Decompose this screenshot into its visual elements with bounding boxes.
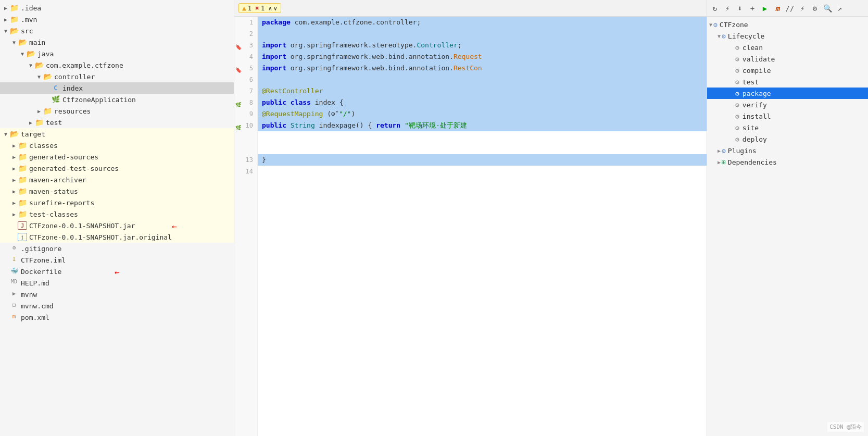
folder-icon-com: 📂 — [34, 61, 44, 69]
nav-up[interactable]: ∧ — [268, 5, 272, 12]
maven-item-deploy[interactable]: ⚙ deploy — [707, 133, 868, 145]
code-text-3a: org.springframework.stereotype. — [291, 41, 417, 49]
line-num-13: 13 — [234, 154, 257, 166]
gear-icon-test: ⚙ — [735, 78, 739, 86]
maven-item-plugins[interactable]: ▶ ⚙ Plugins — [707, 145, 868, 156]
tree-item-idea[interactable]: ▶ 📁 .idea — [0, 2, 234, 14]
maven-label-plugins: Plugins — [728, 147, 757, 155]
tree-label-ctfzone-jar: CTFzone-0.0.1-SNAPSHOT.jar — [29, 222, 135, 230]
tree-item-controller[interactable]: ▼ 📂 controller — [0, 71, 234, 82]
tree-item-gitignore[interactable]: ⚙ .gitignore — [0, 243, 234, 254]
maven-item-package[interactable]: ⚙ package — [707, 88, 868, 99]
maven-item-clean[interactable]: ⚙ clean — [707, 42, 868, 53]
type-string: String — [291, 121, 315, 129]
tree-label-resources: resources — [54, 107, 91, 115]
tree-item-gen-sources[interactable]: ▶ 📁 generated-sources — [0, 151, 234, 163]
tree-label-target: target — [21, 130, 45, 138]
code-editor-panel: ▲ 1 ✖ 1 ∧ ∨ 1 2 🔖 3 4 🔖 5 6 7 🌿 — [234, 0, 707, 436]
gitignore-icon: ⚙ — [9, 244, 19, 253]
maven-panel[interactable]: ↻ ⚡ ⬇ + ▶ m // ⚡ ⚙ 🔍 ↗ ▼ ⚙ CTFzone ▼ ⚙ L… — [707, 0, 868, 436]
maven-item-site[interactable]: ⚙ site — [707, 122, 868, 133]
line-num-11 — [234, 131, 257, 143]
spring-icon: 🌿 — [51, 95, 60, 104]
tree-item-ctfzone-app[interactable]: 🌿 CtfzoneApplication — [0, 94, 234, 105]
folder-icon-maven-archiver: 📁 — [18, 176, 27, 184]
m-icon[interactable]: m — [772, 3, 783, 14]
maven-item-validate[interactable]: ⚙ validate — [707, 53, 868, 65]
maven-item-compile[interactable]: ⚙ compile — [707, 65, 868, 76]
tree-item-help-md[interactable]: MD HELP.md — [0, 277, 234, 289]
tree-item-main[interactable]: ▼ 📂 main — [0, 36, 234, 48]
maven-item-dependencies[interactable]: ▶ ⊞ Dependencies — [707, 156, 868, 168]
tree-item-test-classes[interactable]: ▶ 📁 test-classes — [0, 208, 234, 220]
add-icon[interactable]: + — [747, 3, 758, 14]
tree-item-pom-xml[interactable]: m pom.xml — [0, 312, 234, 323]
collapse-arrow-com: ▼ — [27, 63, 34, 68]
collapse-arrow-gen-test-sources: ▶ — [10, 166, 18, 171]
folder-icon-test: 📁 — [34, 118, 44, 127]
keyword-class-8: class — [291, 98, 311, 106]
skip-tests-icon[interactable]: // — [784, 3, 796, 14]
tree-item-dockerfile[interactable]: 🐳 Dockerfile ← — [0, 266, 234, 277]
tree-item-mvnw[interactable]: ▶ mvnw — [0, 289, 234, 300]
tree-item-src[interactable]: ▼ 📂 src — [0, 25, 234, 36]
tree-label-gen-sources: generated-sources — [29, 153, 98, 161]
tree-label-maven-status: maven-status — [29, 188, 78, 195]
tree-item-gen-test-sources[interactable]: ▶ 📁 generated-test-sources — [0, 163, 234, 174]
code-text-9a: (⊙˅ — [327, 110, 339, 118]
maven-item-install[interactable]: ⚙ install — [707, 110, 868, 122]
maven-item-verify[interactable]: ⚙ verify — [707, 99, 868, 110]
refresh-icon[interactable]: ↻ — [709, 3, 721, 14]
tree-item-index[interactable]: C index — [0, 82, 234, 94]
expand-icon[interactable]: ↗ — [834, 3, 846, 14]
tree-item-surefire-reports[interactable]: ▶ 📁 surefire-reports — [0, 197, 234, 208]
code-class-controller: Controller — [417, 41, 457, 49]
folder-icon-main: 📂 — [18, 38, 27, 46]
gear-icon-site: ⚙ — [735, 124, 739, 132]
file-tree-panel[interactable]: ▶ 📁 .idea ▶ 📁 .mvn ▼ 📂 src ▼ 📂 main ▼ 📂 … — [0, 0, 234, 436]
search-maven-icon[interactable]: 🔍 — [822, 3, 833, 14]
run-icon[interactable]: ▶ — [759, 3, 771, 14]
maven-label-test: test — [743, 78, 759, 86]
maven-item-lifecycle[interactable]: ▼ ⚙ Lifecycle — [707, 30, 868, 42]
tree-label-main: main — [29, 39, 45, 46]
tree-item-resources[interactable]: ▶ 📁 resources — [0, 105, 234, 117]
code-area[interactable]: 1 2 🔖 3 4 🔖 5 6 7 🌿 8 9 🌿 10 — [234, 17, 707, 436]
lightning-icon[interactable]: ⚡ — [797, 3, 808, 14]
tree-item-mvn[interactable]: ▶ 📁 .mvn — [0, 14, 234, 25]
tree-item-test[interactable]: ▶ 📁 test — [0, 117, 234, 128]
collapse-arrow-target: ▼ — [2, 131, 9, 137]
tree-item-target[interactable]: ▼ 📂 target — [0, 128, 234, 140]
tree-item-classes[interactable]: ▶ 📁 classes — [0, 140, 234, 151]
maven-toolbar[interactable]: ↻ ⚡ ⬇ + ▶ m // ⚡ ⚙ 🔍 ↗ — [707, 0, 868, 17]
tree-item-maven-status[interactable]: ▶ 📁 maven-status — [0, 185, 234, 197]
line-numbers: 1 2 🔖 3 4 🔖 5 6 7 🌿 8 9 🌿 10 — [234, 17, 258, 436]
error-icon: ✖ — [255, 4, 259, 12]
maven-tree[interactable]: ▼ ⚙ CTFzone ▼ ⚙ Lifecycle ⚙ clean ⚙ vali… — [707, 17, 868, 436]
tree-item-iml[interactable]: I CTFzone.iml — [0, 254, 234, 266]
red-arrow-jar: ← — [172, 221, 177, 231]
maven-lifecycle-icon: ⚙ — [722, 32, 726, 40]
maven-item-ctfzone[interactable]: ▼ ⚙ CTFzone — [707, 19, 868, 30]
tree-item-mvnw-cmd[interactable]: ⊟ mvnw.cmd — [0, 300, 234, 312]
folder-icon-idea: 📁 — [9, 4, 19, 12]
keyword-package: package — [262, 18, 291, 26]
tree-label-src: src — [21, 27, 33, 35]
gear-icon-verify: ⚙ — [735, 101, 739, 109]
folder-icon-gen-test-sources: 📁 — [18, 164, 27, 172]
run-maven-icon[interactable]: ⚡ — [722, 3, 733, 14]
nav-down[interactable]: ∨ — [273, 5, 277, 12]
code-line-10: public String indexpage() { return "靶场环境… — [258, 120, 707, 131]
tree-item-com[interactable]: ▼ 📂 com.example.ctfzone — [0, 59, 234, 71]
code-content[interactable]: package com.example.ctfzone.controller; … — [258, 17, 707, 436]
code-line-11 — [258, 131, 707, 143]
code-line-6 — [258, 74, 707, 85]
tree-item-ctfzone-jar[interactable]: J CTFzone-0.0.1-SNAPSHOT.jar ← — [0, 220, 234, 231]
tree-item-ctfzone-jar-original[interactable]: j CTFzone-0.0.1-SNAPSHOT.jar.original — [0, 231, 234, 243]
tree-item-java[interactable]: ▼ 📂 java — [0, 48, 234, 59]
download-icon[interactable]: ⬇ — [734, 3, 746, 14]
settings-icon[interactable]: ⚙ — [809, 3, 821, 14]
tree-item-maven-archiver[interactable]: ▶ 📁 maven-archiver — [0, 174, 234, 185]
maven-item-test[interactable]: ⚙ test — [707, 76, 868, 88]
code-line-3: import org.springframework.stereotype.Co… — [258, 40, 707, 51]
